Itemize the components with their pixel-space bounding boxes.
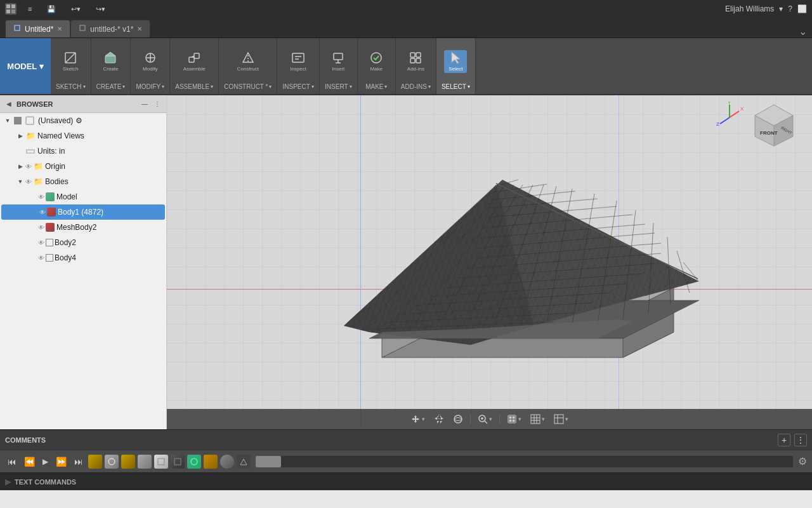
create-label[interactable]: CREATE ▾	[96, 83, 126, 90]
tree-icon-model	[46, 192, 55, 201]
svg-rect-2	[6, 10, 10, 13]
tree-item-origin[interactable]: ▶ 👁 📁 Origin	[0, 159, 166, 174]
timeline-item-1[interactable]	[88, 455, 102, 469]
ribbon-group-modify: Modify MODIFY ▾	[131, 38, 170, 94]
inspect-icon[interactable]: Inspect	[287, 50, 310, 73]
comments-expand-btn[interactable]: ⋮	[794, 434, 807, 446]
timeline-item-2[interactable]	[105, 455, 119, 469]
tree-item-body1[interactable]: ▶ 👁 Body1 (4872)	[1, 204, 165, 220]
timeline-end-btn[interactable]: ⏭	[72, 455, 86, 468]
vp-divider1	[470, 414, 471, 424]
vp-move-btn[interactable]: ▾	[407, 413, 428, 425]
tree-arrow-named-views[interactable]: ▶	[15, 133, 25, 139]
timeline-bar: ⏮ ⏪ ▶ ⏩ ⏭ ⚙	[0, 450, 812, 472]
timeline-item-5[interactable]	[154, 455, 168, 469]
tree-item-bodies[interactable]: ▼ 👁 📁 Bodies	[0, 174, 166, 189]
svg-rect-25	[410, 53, 415, 57]
make-icon[interactable]: Make	[365, 50, 388, 73]
timeline-prev-btn[interactable]: ⏪	[22, 455, 37, 468]
model-menu-btn[interactable]: MODEL ▾	[0, 38, 51, 94]
tab-untitled-v1[interactable]: untitled-* v1* ✕	[70, 20, 150, 37]
create-icon[interactable]: Create	[99, 50, 122, 73]
insert-icon[interactable]: Insert	[327, 50, 350, 73]
make-label[interactable]: MAKE ▾	[365, 83, 387, 90]
window-expand-icon[interactable]: ⬜	[797, 4, 807, 13]
inspect-label[interactable]: INSPECT ▾	[282, 83, 313, 90]
vp-display-btn[interactable]: ▾	[504, 413, 525, 425]
modify-label[interactable]: MODIFY ▾	[136, 83, 164, 90]
tab-untitled[interactable]: Untitled* ✕	[5, 20, 70, 37]
save-btn[interactable]: 💾	[43, 4, 60, 15]
select-icon[interactable]: Select	[444, 50, 467, 73]
assemble-label[interactable]: ASSEMBLE ▾	[175, 83, 213, 90]
vp-orbit-btn[interactable]	[450, 413, 466, 425]
tree-label-body1: Body1 (4872)	[58, 208, 103, 217]
svg-line-81	[730, 111, 739, 117]
svg-rect-30	[14, 117, 22, 124]
construct-label[interactable]: CONSTRUCT * ▾	[224, 83, 272, 90]
tree-item-model[interactable]: ▶ 👁 Model	[0, 189, 166, 204]
svg-rect-93	[509, 417, 511, 418]
browser-collapse-btn[interactable]: ◀	[4, 99, 14, 109]
browser-expand-btn[interactable]: ⋮	[152, 99, 162, 109]
tab-bar: Untitled* ✕ untitled-* v1* ✕ ⌄	[0, 18, 812, 38]
tree-settings-icon[interactable]: ⚙	[75, 116, 82, 125]
assemble-icon[interactable]: Assemble	[183, 50, 206, 73]
tree-icon-named-views: 📁	[25, 131, 36, 141]
tab-collapse-btn[interactable]: ⌄	[794, 25, 812, 37]
insert-label[interactable]: INSERT ▾	[325, 83, 352, 90]
tree-item-named-views[interactable]: ▶ 📁 Named Views	[0, 128, 166, 144]
browser-title: BROWSER	[16, 100, 137, 108]
modify-icon[interactable]: Modify	[139, 50, 162, 73]
timeline-item-9[interactable]	[220, 455, 234, 469]
timeline-item-7[interactable]	[187, 455, 201, 469]
menu-icon[interactable]: ≡	[24, 4, 36, 14]
tree-item-units[interactable]: ▶ Units: in	[0, 144, 166, 159]
undo-btn[interactable]: ↩▾	[67, 4, 84, 15]
tree-item-body2[interactable]: ▶ 👁 Body2	[0, 235, 166, 250]
ribbon-group-addins: Add-ins ADD-INS ▾	[396, 38, 436, 94]
tree-arrow-bodies[interactable]: ▼	[15, 178, 25, 185]
timeline-play-btn[interactable]: ▶	[40, 456, 51, 467]
addins-label[interactable]: ADD-INS ▾	[401, 83, 431, 90]
timeline-item-6[interactable]	[171, 455, 185, 469]
viewport[interactable]: FRONT RIGHT X Y Z ▾	[167, 95, 812, 429]
timeline-item-4[interactable]	[138, 455, 152, 469]
tree-check-body2[interactable]	[46, 239, 53, 246]
timeline-thumb[interactable]	[256, 456, 281, 467]
tree-arrow-root[interactable]: ▼	[3, 117, 13, 124]
addins-icon[interactable]: Add-ins	[404, 50, 427, 73]
timeline-item-3[interactable]	[121, 455, 135, 469]
tab-v1-close[interactable]: ✕	[137, 25, 142, 32]
vp-grid2-btn[interactable]: ▾	[551, 413, 572, 425]
timeline-track[interactable]	[256, 456, 793, 467]
vp-pan-btn[interactable]	[431, 413, 447, 425]
svg-rect-18	[292, 53, 304, 62]
tab-untitled-close[interactable]: ✕	[57, 25, 62, 32]
svg-line-85	[720, 117, 730, 124]
ribbon-group-insert: Insert INSERT ▾	[320, 38, 358, 94]
help-btn[interactable]: ?	[788, 4, 792, 13]
cube-nav[interactable]: FRONT RIGHT	[749, 102, 799, 152]
vp-zoom-btn[interactable]: ▾	[475, 413, 495, 425]
browser-minus-btn[interactable]: —	[140, 99, 150, 109]
timeline-settings-btn[interactable]: ⚙	[798, 455, 807, 467]
redo-btn[interactable]: ↪▾	[92, 4, 109, 15]
user-dropdown-icon[interactable]: ▾	[779, 4, 783, 13]
sketch-label[interactable]: SKETCH ▾	[56, 83, 86, 90]
text-commands-arrow[interactable]: ▶	[5, 478, 11, 486]
construct-icon[interactable]: Construct	[237, 50, 259, 73]
sketch-icon[interactable]: Sketch	[59, 50, 82, 73]
timeline-start-btn[interactable]: ⏮	[5, 455, 19, 468]
vp-grid-btn[interactable]: ▾	[527, 413, 548, 425]
tree-check-body4[interactable]	[46, 254, 53, 262]
timeline-next-btn[interactable]: ⏩	[53, 455, 69, 468]
select-label[interactable]: SELECT ▾	[442, 83, 470, 90]
timeline-item-10[interactable]	[237, 455, 251, 469]
tree-item-root[interactable]: ▼ (Unsaved) ⚙	[0, 113, 166, 128]
tree-item-body4[interactable]: ▶ 👁 Body4	[0, 250, 166, 265]
timeline-item-8[interactable]	[204, 455, 218, 469]
comments-add-btn[interactable]: +	[778, 434, 790, 446]
tree-arrow-origin[interactable]: ▶	[15, 163, 25, 170]
tree-item-meshbody2[interactable]: ▶ 👁 MeshBody2	[0, 220, 166, 235]
